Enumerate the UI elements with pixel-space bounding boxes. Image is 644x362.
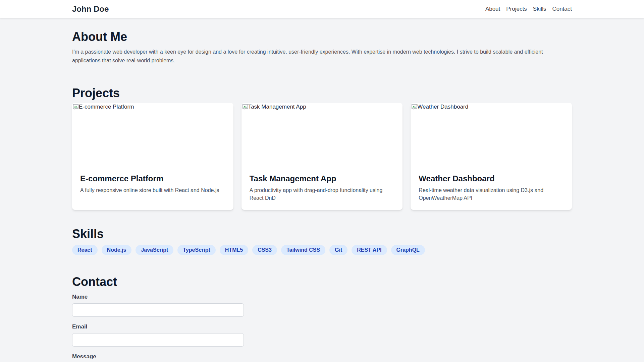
site-header: John Doe About Projects Skills Contact [0, 0, 644, 18]
project-image-broken: Weather Dashboard [411, 103, 572, 167]
about-heading: About Me [72, 29, 572, 44]
name-label: Name [72, 293, 572, 301]
contact-section: Contact Name Email Message [72, 275, 572, 362]
project-description: A productivity app with drag-and-drop fu… [250, 186, 395, 202]
project-image-broken: E-commerce Platform [72, 103, 233, 167]
about-text: I'm a passionate web developer with a ke… [72, 48, 572, 65]
project-title: Task Management App [250, 174, 395, 184]
project-card-task-app: Task Management App Task Management App … [241, 103, 403, 210]
skill-badge-html5: HTML5 [220, 245, 248, 255]
skill-badge-javascript: JavaScript [136, 245, 173, 255]
project-card-ecommerce: E-commerce Platform E-commerce Platform … [72, 103, 233, 210]
skill-badge-typescript: TypeScript [177, 245, 216, 255]
broken-image-icon [73, 104, 79, 110]
skill-badge-css3: CSS3 [252, 245, 277, 255]
skill-badge-rest-api: REST API [352, 245, 387, 255]
email-input[interactable] [72, 333, 244, 347]
project-image-alt: E-commerce Platform [79, 104, 134, 110]
projects-heading: Projects [72, 86, 572, 100]
contact-heading: Contact [72, 275, 572, 289]
nav-link-contact[interactable]: Contact [552, 6, 572, 12]
message-label: Message [72, 353, 572, 361]
main-content: About Me I'm a passionate web developer … [72, 29, 572, 362]
project-image-broken: Task Management App [241, 103, 403, 167]
project-description: Real-time weather data visualization usi… [419, 186, 564, 202]
skills-list: React Node.js JavaScript TypeScript HTML… [72, 245, 572, 255]
main-nav: About Projects Skills Contact [485, 6, 572, 12]
skill-badge-react: React [72, 245, 98, 255]
skill-badge-git: Git [329, 245, 347, 255]
name-input[interactable] [72, 303, 244, 317]
skill-badge-graphql: GraphQL [391, 245, 425, 255]
about-section: About Me I'm a passionate web developer … [72, 29, 572, 65]
project-title: E-commerce Platform [80, 174, 225, 184]
nav-link-skills[interactable]: Skills [533, 6, 546, 12]
project-title: Weather Dashboard [419, 174, 564, 184]
project-image-alt: Weather Dashboard [417, 104, 468, 110]
skill-badge-tailwind: Tailwind CSS [281, 245, 325, 255]
project-description: A fully responsive online store built wi… [80, 186, 225, 194]
skills-section: Skills React Node.js JavaScript TypeScri… [72, 227, 572, 255]
broken-image-icon [411, 104, 417, 110]
nav-link-about[interactable]: About [485, 6, 500, 12]
contact-form: Name Email Message [72, 293, 572, 362]
site-title[interactable]: John Doe [72, 4, 109, 14]
projects-grid: E-commerce Platform E-commerce Platform … [72, 103, 572, 210]
projects-section: Projects E-commerce Platform E-commerce … [72, 86, 572, 210]
email-label: Email [72, 323, 572, 331]
project-card-weather: Weather Dashboard Weather Dashboard Real… [411, 103, 572, 210]
skills-heading: Skills [72, 227, 572, 241]
nav-link-projects[interactable]: Projects [506, 6, 527, 12]
skill-badge-nodejs: Node.js [102, 245, 132, 255]
project-image-alt: Task Management App [248, 104, 306, 110]
broken-image-icon [242, 104, 248, 110]
